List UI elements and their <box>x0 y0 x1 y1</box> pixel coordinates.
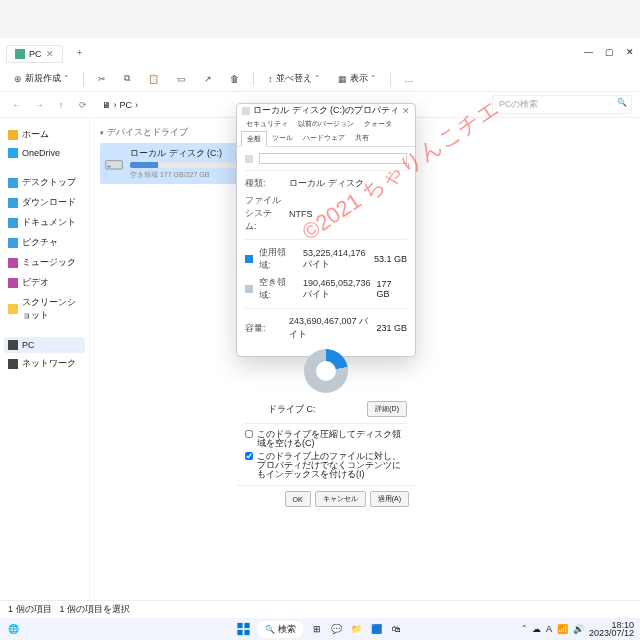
sidebar: ホーム OneDrive デスクトップ ダウンロード ドキュメント ピクチャ ミ… <box>0 118 90 600</box>
dialog-close-button[interactable]: ✕ <box>402 106 410 116</box>
sidebar-item-documents[interactable]: ドキュメント <box>4 213 85 232</box>
taskbar-search[interactable]: 🔍 検索 <box>257 621 304 638</box>
tab-prev-versions[interactable]: 以前のバージョン <box>293 117 359 131</box>
sidebar-item-onedrive[interactable]: OneDrive <box>4 145 85 161</box>
system-tray[interactable]: ˄ ☁ A 📶 🔊 18:102023/07/12 <box>522 621 634 637</box>
breadcrumb[interactable]: 🖥 › PC › <box>96 98 144 112</box>
svg-rect-1 <box>107 165 110 167</box>
window-controls: — ▢ ✕ <box>584 47 634 57</box>
store-icon[interactable]: 🛍 <box>390 622 404 636</box>
new-button[interactable]: ⊕ 新規作成 ˅ <box>10 70 73 87</box>
sort-button[interactable]: ↕ 並べ替え ˅ <box>264 70 324 87</box>
volume-label-input[interactable] <box>259 153 407 164</box>
svg-rect-2 <box>237 623 242 628</box>
back-button[interactable]: ← <box>8 96 26 114</box>
used-swatch <box>245 255 253 263</box>
sidebar-item-downloads[interactable]: ダウンロード <box>4 193 85 212</box>
dialog-title: ローカル ディスク (C:)のプロパティ <box>253 104 399 117</box>
dialog-tabs: セキュリティ 以前のバージョン クォータ 全般 ツール ハードウェア 共有 <box>237 117 415 147</box>
taskbar: 🌐 🔍 検索 ⊞ 💬 📁 🟦 🛍 ˄ ☁ A 📶 🔊 18:102023/07/… <box>0 618 640 640</box>
svg-rect-0 <box>106 160 123 168</box>
sidebar-item-screenshots[interactable]: スクリーンショット <box>4 293 85 325</box>
svg-rect-3 <box>244 623 249 628</box>
drive-icon <box>104 154 124 174</box>
delete-icon[interactable]: 🗑 <box>226 72 243 86</box>
svg-rect-5 <box>244 630 249 635</box>
search-input[interactable]: PCの検索 <box>492 95 632 114</box>
properties-dialog: ローカル ディスク (C:)のプロパティ ✕ セキュリティ 以前のバージョン ク… <box>236 103 416 357</box>
wifi-icon[interactable]: 📶 <box>557 624 568 634</box>
view-button[interactable]: ▦ 表示 ˅ <box>334 70 380 87</box>
more-button[interactable]: … <box>401 72 418 86</box>
capacity-pie <box>304 349 348 393</box>
start-button[interactable] <box>237 622 251 636</box>
rename-icon[interactable]: ▭ <box>173 72 190 86</box>
sidebar-item-network[interactable]: ネットワーク <box>4 354 85 373</box>
sidebar-item-videos[interactable]: ビデオ <box>4 273 85 292</box>
drive-icon <box>245 155 253 163</box>
tab-security[interactable]: セキュリティ <box>241 117 293 131</box>
status-bar: 1 個の項目 1 個の項目を選択 <box>0 600 640 618</box>
chevron-up-icon[interactable]: ˄ <box>522 624 527 634</box>
copy-icon[interactable]: ⧉ <box>120 71 134 86</box>
disk-cleanup-button[interactable]: 詳細(D) <box>367 401 407 417</box>
titlebar: PC ✕ ＋ — ▢ ✕ <box>0 38 640 66</box>
apply-button[interactable]: 適用(A) <box>370 491 409 507</box>
svg-rect-4 <box>237 630 242 635</box>
sidebar-item-pictures[interactable]: ピクチャ <box>4 233 85 252</box>
index-checkbox[interactable]: このドライブ上のファイルに対し、プロパティだけでなくコンテンツにもインデックスを… <box>245 452 407 479</box>
task-view-icon[interactable]: ⊞ <box>310 622 324 636</box>
tab-sharing[interactable]: 共有 <box>350 131 374 146</box>
pc-icon <box>15 49 25 59</box>
drive-icon <box>242 107 250 115</box>
tab-label: PC <box>29 49 42 59</box>
refresh-button[interactable]: ⟳ <box>74 96 92 114</box>
ok-button[interactable]: OK <box>285 491 311 507</box>
new-tab-button[interactable]: ＋ <box>69 44 90 61</box>
sidebar-item-pc[interactable]: PC <box>4 337 85 353</box>
maximize-button[interactable]: ▢ <box>605 47 614 57</box>
forward-button[interactable]: → <box>30 96 48 114</box>
close-button[interactable]: ✕ <box>626 47 634 57</box>
status-count: 1 個の項目 <box>8 603 52 616</box>
drive-label: ドライブ C: <box>268 403 316 416</box>
status-selection: 1 個の項目を選択 <box>60 603 131 616</box>
tab-general[interactable]: 全般 <box>241 131 267 147</box>
sidebar-item-music[interactable]: ミュージック <box>4 253 85 272</box>
tab-pc[interactable]: PC ✕ <box>6 45 63 63</box>
up-button[interactable]: ↑ <box>52 96 70 114</box>
chat-icon[interactable]: 💬 <box>330 622 344 636</box>
edge-icon[interactable]: 🌐 <box>6 622 20 636</box>
sidebar-item-home[interactable]: ホーム <box>4 125 85 144</box>
explorer-icon[interactable]: 📁 <box>350 622 364 636</box>
compress-checkbox[interactable]: このドライブを圧縮してディスク領域を空ける(C) <box>245 430 407 448</box>
cancel-button[interactable]: キャンセル <box>315 491 366 507</box>
onedrive-tray-icon[interactable]: ☁ <box>532 624 541 634</box>
free-swatch <box>245 285 253 293</box>
edge-taskbar-icon[interactable]: 🟦 <box>370 622 384 636</box>
sidebar-item-desktop[interactable]: デスクトップ <box>4 173 85 192</box>
tab-tools[interactable]: ツール <box>267 131 298 146</box>
minimize-button[interactable]: — <box>584 47 593 57</box>
cut-icon[interactable]: ✂ <box>94 72 110 86</box>
paste-icon[interactable]: 📋 <box>144 72 163 86</box>
tab-close-icon[interactable]: ✕ <box>46 49 54 59</box>
toolbar: ⊕ 新規作成 ˅ ✂ ⧉ 📋 ▭ ↗ 🗑 ↕ 並べ替え ˅ ▦ 表示 ˅ … <box>0 66 640 92</box>
tab-quota[interactable]: クォータ <box>359 117 397 131</box>
dialog-titlebar[interactable]: ローカル ディスク (C:)のプロパティ ✕ <box>237 104 415 117</box>
volume-icon[interactable]: 🔊 <box>573 624 584 634</box>
share-icon[interactable]: ↗ <box>200 72 216 86</box>
tab-hardware[interactable]: ハードウェア <box>298 131 350 146</box>
